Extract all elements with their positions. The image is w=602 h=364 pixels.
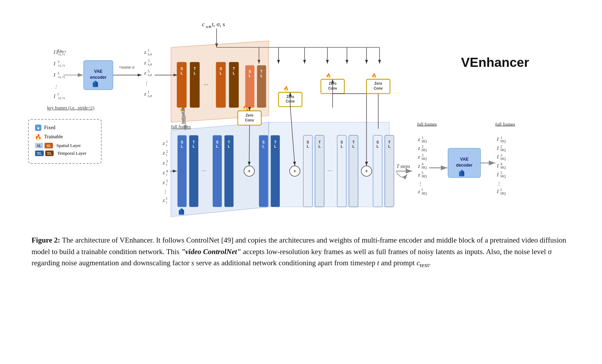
- svg-text:S: S: [180, 67, 183, 71]
- svg-text:c: c: [202, 21, 205, 28]
- svg-text:z: z: [418, 145, 420, 151]
- svg-text:T: T: [319, 140, 321, 144]
- svg-text:+noise σ: +noise σ: [119, 64, 135, 70]
- svg-text:L: L: [228, 145, 230, 148]
- svg-text:z: z: [144, 60, 146, 65]
- svg-text:z: z: [163, 197, 165, 203]
- svg-text:S: S: [220, 67, 222, 71]
- svg-text:s,σ: s,σ: [148, 94, 152, 98]
- sl-badge-orange: SL: [45, 143, 53, 148]
- svg-text:HQ: HQ: [422, 166, 427, 169]
- svg-text:T: T: [388, 140, 391, 144]
- svg-text:L: L: [260, 74, 262, 78]
- svg-text:T: T: [228, 140, 230, 144]
- figure-caption: Figure 2: The architecture of VEnhancer.…: [21, 234, 581, 270]
- svg-text:S: S: [216, 140, 219, 144]
- svg-text:z: z: [418, 189, 420, 194]
- svg-text:L: L: [262, 145, 265, 148]
- svg-text:L: L: [181, 145, 183, 148]
- svg-text:S: S: [307, 140, 309, 144]
- svg-text:Conv: Conv: [374, 86, 383, 90]
- svg-text:HQ: HQ: [500, 139, 506, 143]
- svg-text:+: +: [365, 168, 368, 174]
- svg-text:z: z: [418, 136, 420, 142]
- svg-text:L: L: [220, 71, 222, 75]
- svg-text:S: S: [249, 70, 251, 74]
- svg-text:⋮: ⋮: [418, 181, 423, 186]
- svg-text:I: I: [497, 189, 499, 194]
- svg-text:HQ: HQ: [422, 174, 427, 178]
- svg-text:decoder: decoder: [456, 163, 473, 168]
- svg-text:z: z: [144, 91, 146, 97]
- svg-text:z: z: [418, 172, 420, 177]
- svg-text:↓s,↑s: ↓s,↑s: [57, 63, 65, 67]
- svg-text:Zero: Zero: [246, 113, 253, 117]
- svg-text:I: I: [497, 145, 499, 151]
- svg-text:HQ: HQ: [500, 166, 506, 169]
- svg-text:I: I: [53, 61, 56, 66]
- svg-text:T: T: [353, 140, 355, 144]
- svg-line-164: [249, 125, 249, 166]
- svg-text:HQ: HQ: [500, 191, 506, 195]
- legend-trainable-label: Trainable: [44, 134, 63, 140]
- svg-text:encoder: encoder: [90, 75, 107, 80]
- svg-text:I: I: [53, 72, 56, 78]
- svg-text:+: +: [247, 168, 251, 174]
- svg-text:L: L: [194, 71, 196, 75]
- svg-text:↓s,↑s: ↓s,↑s: [57, 96, 65, 100]
- svg-text:T steps: T steps: [397, 164, 410, 169]
- svg-text:S: S: [376, 140, 379, 144]
- svg-text:L: L: [341, 145, 343, 148]
- svg-text:+: +: [293, 168, 296, 174]
- svg-text:L: L: [307, 145, 309, 148]
- blue-cube-icon: ■: [35, 125, 41, 131]
- svg-text:⋮: ⋮: [54, 84, 58, 89]
- svg-text:I: I: [497, 136, 499, 142]
- svg-text:⋮: ⋮: [497, 181, 501, 186]
- svg-text:S: S: [181, 140, 183, 144]
- svg-text:Zero: Zero: [374, 82, 382, 85]
- svg-text:s,σ: s,σ: [148, 62, 152, 66]
- svg-text:T: T: [274, 140, 276, 144]
- svg-text:HQ: HQ: [500, 148, 506, 152]
- svg-text:···: ···: [327, 167, 332, 174]
- svg-text:L: L: [388, 145, 390, 148]
- svg-text:L: L: [249, 74, 251, 78]
- svg-text:t: t: [166, 200, 167, 204]
- fire-icon: 🔥: [35, 134, 41, 140]
- svg-text:I: I: [53, 49, 56, 55]
- svg-text:S: S: [341, 140, 343, 144]
- legend-tl-row: TL TL Temporal Layer: [35, 150, 95, 156]
- legend-trainable: 🔥 Trainable: [35, 134, 95, 140]
- svg-text:⋮: ⋮: [163, 189, 167, 194]
- svg-text:s,σ: s,σ: [148, 73, 152, 77]
- caption-italic: "video ControlNet": [181, 247, 241, 256]
- legend-sl-label: Spatial Layer: [56, 143, 81, 148]
- svg-text:L: L: [274, 145, 276, 148]
- legend-box: ■ Fixed 🔥 Trainable SL SL Spatial Layer …: [28, 119, 102, 164]
- svg-text:L: L: [353, 145, 355, 148]
- svg-text:z: z: [418, 154, 420, 160]
- svg-text:VAE: VAE: [94, 69, 102, 74]
- svg-text:I: I: [497, 154, 499, 160]
- legend-tl-label: Temporal Layer: [57, 150, 86, 156]
- svg-text:t: t: [166, 163, 167, 167]
- tl-badge-orange: TL: [45, 150, 54, 156]
- svg-text:L: L: [376, 145, 378, 148]
- svg-text:Conv: Conv: [245, 118, 254, 122]
- svg-text:z: z: [144, 49, 146, 55]
- svg-text:z: z: [163, 180, 165, 185]
- svg-text:I: I: [497, 172, 499, 177]
- svg-text:🔥: 🔥: [371, 73, 377, 78]
- svg-text:HQ: HQ: [422, 139, 427, 143]
- svg-text:S: S: [262, 140, 265, 144]
- tl-badge-blue: TL: [35, 150, 44, 156]
- legend-sl-row: SL SL Spatial Layer: [35, 143, 95, 148]
- svg-text:HQ: HQ: [500, 174, 506, 178]
- svg-text:T: T: [233, 67, 235, 71]
- svg-text:z: z: [163, 160, 165, 166]
- svg-text:T: T: [260, 70, 263, 74]
- svg-text:↓s,↑s: ↓s,↑s: [57, 52, 65, 56]
- svg-text:full frames: full frames: [417, 121, 437, 127]
- svg-text:HQ: HQ: [422, 148, 427, 152]
